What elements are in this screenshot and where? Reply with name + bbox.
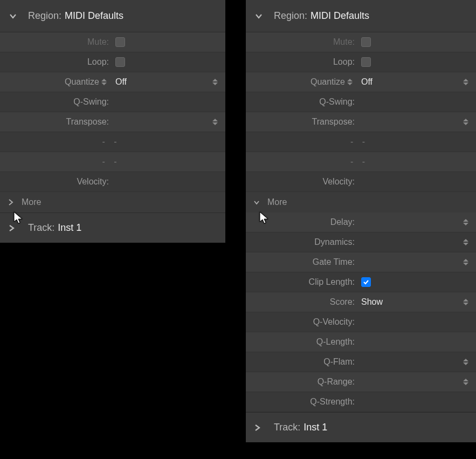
- quantize-row[interactable]: Quantize Off: [246, 72, 476, 92]
- mute-row: Mute:: [0, 32, 225, 52]
- blank-row-2: - -: [0, 152, 225, 172]
- qswing-row[interactable]: Q-Swing:: [0, 92, 225, 112]
- track-header[interactable]: Track: Inst 1: [0, 213, 225, 243]
- dash-value-2: - -: [350, 157, 368, 166]
- transpose-row[interactable]: Transpose:: [0, 112, 225, 132]
- track-header[interactable]: Track: Inst 1: [246, 412, 476, 442]
- quantize-value: Off: [115, 77, 127, 87]
- gatetime-label: Gate Time:: [246, 257, 358, 267]
- loop-checkbox[interactable]: [115, 57, 125, 67]
- loop-row: Loop:: [0, 52, 225, 72]
- qrange-row[interactable]: Q-Range:: [246, 372, 476, 392]
- chevron-right-icon: [8, 224, 18, 232]
- gatetime-row[interactable]: Gate Time:: [246, 252, 476, 272]
- blank-row-1: - -: [246, 132, 476, 152]
- qlength-row[interactable]: Q-Length:: [246, 332, 476, 352]
- dash-value-2: - -: [102, 157, 120, 166]
- transpose-label: Transpose:: [0, 117, 112, 127]
- mute-row: Mute:: [246, 32, 476, 52]
- region-value: MIDI Defaults: [311, 10, 369, 22]
- inspector-panel-left: Region: MIDI Defaults Mute: Loop: Quanti…: [0, 0, 225, 243]
- quantize-mode-stepper[interactable]: [347, 76, 355, 88]
- quantize-row[interactable]: Quantize Off: [0, 72, 225, 92]
- score-row[interactable]: Score: Show: [246, 292, 476, 312]
- transpose-stepper[interactable]: [463, 116, 471, 128]
- delay-row[interactable]: Delay:: [246, 213, 476, 232]
- score-stepper[interactable]: [463, 296, 471, 308]
- chevron-down-icon: [253, 199, 263, 205]
- cliplength-checkbox[interactable]: [361, 277, 371, 287]
- gatetime-stepper[interactable]: [463, 256, 471, 268]
- loop-row: Loop:: [246, 52, 476, 72]
- track-label: Track:: [274, 422, 300, 433]
- dash-value-1: - -: [102, 137, 120, 146]
- track-label: Track:: [28, 222, 54, 234]
- loop-checkbox[interactable]: [361, 57, 371, 67]
- blank-row-2: - -: [246, 152, 476, 172]
- transpose-row[interactable]: Transpose:: [246, 112, 476, 132]
- chevron-down-icon: [8, 12, 18, 20]
- region-header[interactable]: Region: MIDI Defaults: [0, 0, 225, 32]
- mute-checkbox[interactable]: [115, 37, 125, 47]
- region-label: Region:: [28, 10, 61, 22]
- qflam-row[interactable]: Q-Flam:: [246, 352, 476, 372]
- region-label: Region:: [274, 10, 307, 22]
- quantize-value: Off: [361, 77, 372, 87]
- quantize-stepper[interactable]: [463, 76, 471, 88]
- cliplength-label: Clip Length:: [246, 277, 358, 287]
- qvelocity-label: Q-Velocity:: [246, 317, 358, 327]
- qvelocity-row[interactable]: Q-Velocity:: [246, 312, 476, 332]
- mute-checkbox[interactable]: [361, 37, 371, 47]
- dynamics-stepper[interactable]: [463, 236, 471, 248]
- track-value: Inst 1: [303, 422, 327, 433]
- qflam-stepper[interactable]: [463, 356, 471, 368]
- qlength-label: Q-Length:: [246, 337, 358, 347]
- region-value: MIDI Defaults: [65, 10, 123, 22]
- chevron-right-icon: [253, 424, 264, 431]
- quantize-mode-stepper[interactable]: [101, 76, 109, 88]
- chevron-down-icon: [253, 12, 264, 20]
- velocity-label: Velocity:: [246, 177, 358, 187]
- delay-stepper[interactable]: [463, 216, 471, 228]
- quantize-stepper[interactable]: [212, 76, 220, 88]
- more-disclosure[interactable]: More: [246, 192, 476, 213]
- region-header[interactable]: Region: MIDI Defaults: [246, 0, 476, 32]
- qrange-label: Q-Range:: [246, 377, 358, 387]
- velocity-row[interactable]: Velocity:: [0, 172, 225, 192]
- dynamics-row[interactable]: Dynamics:: [246, 232, 476, 252]
- quantize-label: Quantize: [65, 77, 99, 87]
- cliplength-row: Clip Length:: [246, 272, 476, 292]
- mute-label: Mute:: [0, 37, 112, 47]
- more-label: More: [22, 197, 41, 207]
- velocity-label: Velocity:: [0, 177, 112, 187]
- transpose-stepper[interactable]: [212, 116, 220, 128]
- qrange-stepper[interactable]: [463, 376, 471, 388]
- more-label: More: [267, 197, 287, 207]
- velocity-row[interactable]: Velocity:: [246, 172, 476, 192]
- qswing-row[interactable]: Q-Swing:: [246, 92, 476, 112]
- dynamics-label: Dynamics:: [246, 237, 358, 247]
- qswing-label: Q-Swing:: [0, 97, 112, 107]
- qswing-label: Q-Swing:: [246, 97, 358, 107]
- blank-row-1: - -: [0, 132, 225, 152]
- loop-label: Loop:: [0, 57, 112, 67]
- delay-label: Delay:: [246, 217, 358, 227]
- more-disclosure[interactable]: More: [0, 192, 225, 213]
- qstrength-label: Q-Strength:: [246, 397, 358, 407]
- transpose-label: Transpose:: [246, 117, 358, 127]
- score-value: Show: [361, 297, 383, 307]
- dash-value-1: - -: [350, 137, 368, 146]
- chevron-right-icon: [8, 199, 17, 205]
- score-label: Score:: [246, 297, 358, 307]
- inspector-panel-right: Region: MIDI Defaults Mute: Loop: Quanti…: [246, 0, 476, 442]
- track-value: Inst 1: [58, 222, 81, 234]
- mute-label: Mute:: [246, 37, 358, 47]
- qflam-label: Q-Flam:: [246, 357, 358, 367]
- loop-label: Loop:: [246, 57, 358, 67]
- qstrength-row[interactable]: Q-Strength:: [246, 392, 476, 412]
- quantize-label: Quantize: [311, 77, 345, 87]
